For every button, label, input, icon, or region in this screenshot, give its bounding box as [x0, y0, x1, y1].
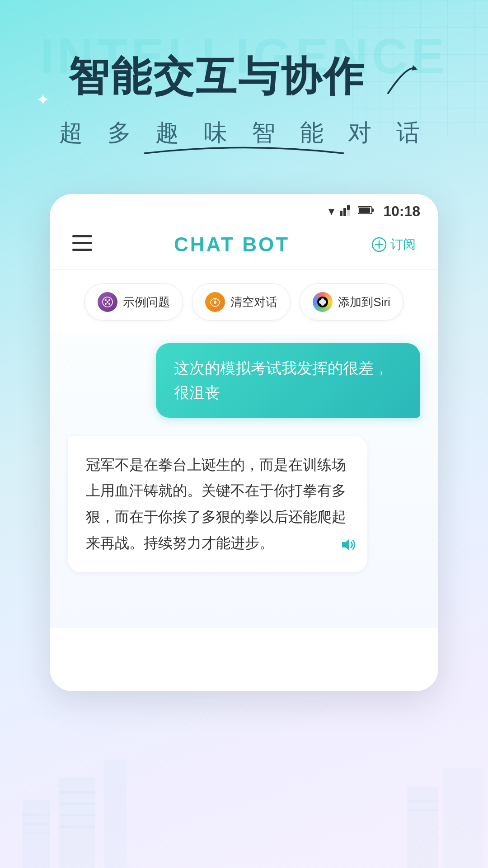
svg-rect-11 — [407, 800, 438, 802]
svg-point-29 — [105, 299, 107, 301]
svg-rect-12 — [407, 809, 438, 811]
add-to-siri-label: 添加到Siri — [338, 294, 390, 310]
user-message: 这次的模拟考试我发挥的很差，很沮丧 — [68, 343, 420, 418]
siri-icon — [313, 292, 333, 312]
svg-point-33 — [107, 301, 108, 303]
svg-rect-7 — [59, 814, 95, 816]
svg-marker-14 — [412, 65, 418, 71]
svg-rect-23 — [72, 242, 92, 244]
example-questions-label: 示例问题 — [123, 294, 170, 310]
example-questions-button[interactable]: 示例问题 — [84, 283, 183, 321]
add-to-siri-button[interactable]: 添加到Siri — [300, 283, 404, 321]
status-bar: ▾ 10:18 — [50, 194, 438, 224]
arrow-icon — [384, 61, 420, 98]
svg-rect-13 — [443, 769, 483, 868]
svg-marker-36 — [342, 539, 349, 551]
svg-rect-18 — [347, 205, 350, 210]
svg-rect-22 — [72, 235, 92, 237]
background-buildings — [0, 732, 488, 868]
subscribe-button[interactable]: 订阅 — [371, 236, 416, 253]
signal-icon — [340, 203, 352, 219]
svg-rect-8 — [59, 825, 95, 828]
svg-point-32 — [108, 303, 110, 305]
clear-chat-icon — [205, 292, 225, 312]
svg-rect-16 — [343, 208, 346, 216]
svg-point-31 — [105, 303, 107, 305]
clear-chat-button[interactable]: 清空对话 — [192, 283, 291, 321]
app-header: CHAT BOT 订阅 — [50, 224, 438, 270]
svg-rect-10 — [407, 787, 438, 868]
svg-rect-21 — [359, 208, 370, 213]
svg-rect-1 — [23, 814, 50, 816]
phone-mockup: ▾ 10:18 CH — [50, 194, 438, 691]
bot-message-text: 冠军不是在拳台上诞生的，而是在训练场上用血汗铸就的。关键不在于你打拳有多狠，而在… — [86, 457, 346, 551]
status-time: 10:18 — [383, 203, 420, 220]
main-title: 智能交互与协作 — [36, 54, 452, 99]
svg-rect-2 — [23, 823, 50, 825]
example-questions-icon — [98, 292, 117, 312]
curve-underline — [131, 140, 357, 158]
svg-rect-9 — [104, 760, 127, 868]
svg-rect-24 — [72, 249, 92, 251]
action-buttons-row: 示例问题 清空对话 添加到Siri — [50, 270, 438, 334]
chat-area: 这次的模拟考试我发挥的很差，很沮丧 冠军不是在拳台上诞生的，而是在训练场上用血汗… — [50, 334, 438, 628]
app-title: CHAT BOT — [174, 233, 290, 256]
user-message-text: 这次的模拟考试我发挥的很差，很沮丧 — [174, 359, 389, 401]
header-section: 智能交互与协作 超 多 趣 味 智 能 对 话 — [0, 0, 488, 176]
user-bubble: 这次的模拟考试我发挥的很差，很沮丧 — [156, 343, 420, 418]
subscribe-label: 订阅 — [390, 236, 416, 253]
svg-rect-5 — [59, 791, 95, 794]
menu-icon[interactable] — [72, 235, 92, 254]
svg-rect-6 — [59, 802, 95, 805]
bot-bubble: 冠军不是在拳台上诞生的，而是在训练场上用血汗铸就的。关键不在于你打拳有多狠，而在… — [68, 436, 367, 572]
plus-circle-icon — [371, 237, 387, 252]
svg-point-30 — [108, 299, 110, 301]
svg-rect-20 — [372, 208, 374, 212]
sound-icon[interactable] — [338, 534, 357, 563]
svg-rect-3 — [23, 832, 50, 834]
bot-message: 冠军不是在拳台上诞生的，而是在训练场上用血汗铸就的。关键不在于你打拳有多狠，而在… — [68, 436, 420, 572]
wifi-icon: ▾ — [328, 204, 334, 218]
battery-icon — [358, 204, 374, 218]
svg-point-34 — [214, 301, 216, 304]
svg-rect-15 — [340, 211, 343, 216]
clear-chat-label: 清空对话 — [230, 294, 277, 310]
